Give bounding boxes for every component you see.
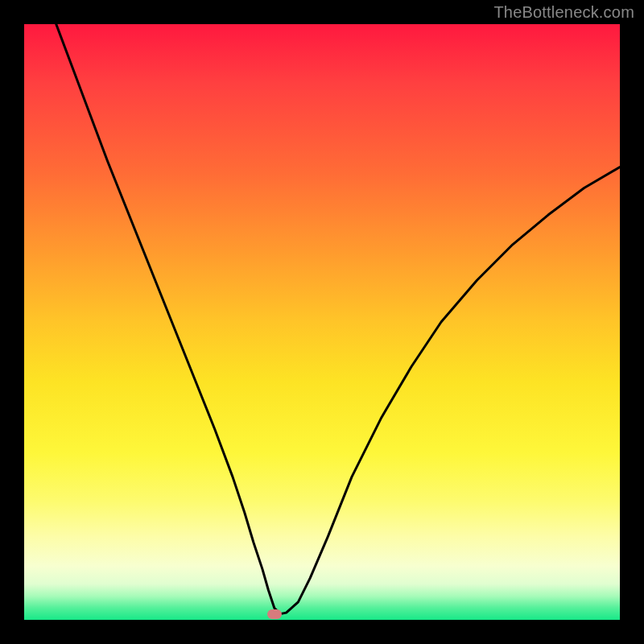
optimum-marker xyxy=(267,609,282,619)
plot-area xyxy=(24,24,620,620)
chart-frame: TheBottleneck.com xyxy=(0,0,644,644)
bottleneck-curve xyxy=(24,24,620,620)
watermark-text: TheBottleneck.com xyxy=(493,3,634,22)
